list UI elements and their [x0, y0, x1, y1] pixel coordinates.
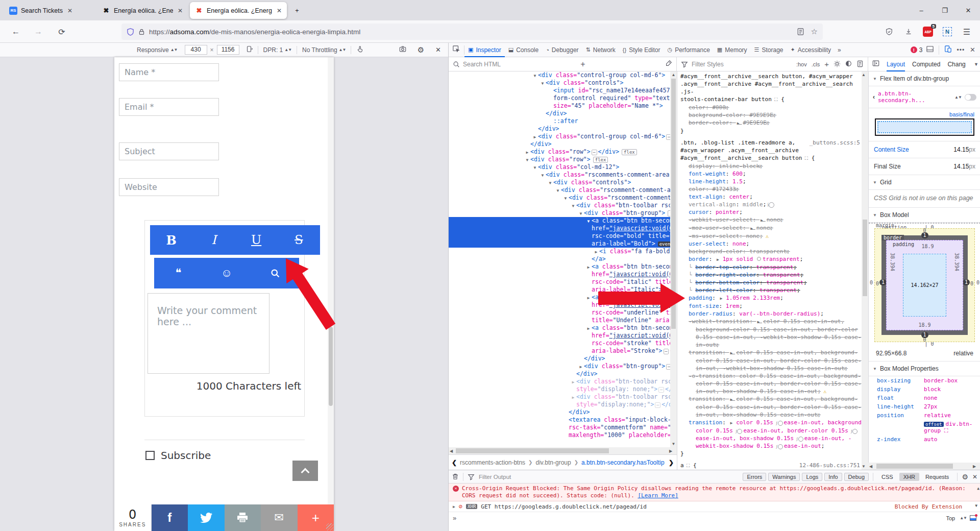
- rotate-viewport-icon[interactable]: [246, 45, 253, 54]
- email-share-button[interactable]: ✉: [261, 504, 298, 531]
- selected-node-line[interactable]: rsc-code="bold" title="": [449, 232, 677, 240]
- pseudo-class-button[interactable]: :hov: [796, 61, 807, 67]
- devtools-tab-accessibility[interactable]: ✦Accessibility: [787, 43, 835, 57]
- class-toggle-button[interactable]: .cls: [812, 61, 820, 67]
- rules-vertical-scrollbar[interactable]: ▲▼: [862, 71, 868, 470]
- close-button[interactable]: ✕: [957, 0, 980, 20]
- twisty-icon[interactable]: ▼: [570, 202, 576, 210]
- css-prop[interactable]: border: ▶ 1px solid transparent;: [680, 255, 868, 263]
- devtools-tab-inspector[interactable]: ▣Inspector: [464, 43, 505, 57]
- bookmark-star-icon[interactable]: ☆: [811, 27, 818, 36]
- twisty-icon[interactable]: ▼: [547, 179, 553, 187]
- name-field[interactable]: [119, 63, 219, 81]
- expander-icon[interactable]: ▶: [737, 121, 742, 126]
- css-prop[interactable]: -o-transition: color 0.15s ease-in-out, …: [680, 372, 868, 395]
- markup-line[interactable]: ▼<div class="row">flex: [449, 156, 677, 163]
- console-filter-xhr[interactable]: XHR: [899, 473, 919, 481]
- html-markup-view[interactable]: ▼<div class="control-group col-md-6">▼<d…: [449, 71, 677, 447]
- markup-line[interactable]: rsc-code="underline" titl: [449, 309, 677, 317]
- markup-line[interactable]: ▶<a class="btn btn-seconda: [449, 294, 677, 301]
- css-prop[interactable]: -webkit-user-select: ▶ none;▽: [680, 216, 868, 224]
- screenshot-camera-icon[interactable]: [399, 45, 406, 54]
- jump-to-top-label[interactable]: Top: [946, 515, 955, 521]
- console-filter-requests[interactable]: Requests: [921, 473, 953, 481]
- light-scheme-icon[interactable]: [834, 60, 841, 68]
- add-rule-icon[interactable]: +: [824, 60, 829, 68]
- css-prop[interactable]: transition: ▶ color 0.15s ʃease-in-out, …: [680, 419, 868, 450]
- markup-line[interactable]: ▼<div class="btn-toolbar rscom: [449, 202, 677, 209]
- markup-line[interactable]: ▶<i class="fa fa-bold">⋯: [449, 248, 677, 255]
- minimize-button[interactable]: –: [910, 0, 933, 20]
- console-filter-css[interactable]: CSS: [877, 473, 897, 481]
- touch-simulation-icon[interactable]: [356, 45, 363, 54]
- devtools-tab-memory[interactable]: ▦Memory: [714, 43, 751, 57]
- markup-line[interactable]: </a>: [449, 255, 677, 263]
- markup-line[interactable]: </div>: [449, 370, 677, 378]
- layout-horizontal-scrollbar[interactable]: ◀▶: [868, 463, 980, 470]
- rule-selector[interactable]: #acym__front__archive__search button ⛶ {: [680, 154, 868, 162]
- expander-icon[interactable]: ▶: [730, 351, 735, 355]
- flex-highlight-toggle[interactable]: [965, 94, 976, 101]
- css-rules-view[interactable]: #acym__front__archive__search button, #a…: [677, 71, 868, 470]
- offset-parent-row[interactable]: offsetdiv.btn-group ⛶: [869, 420, 980, 435]
- comment-textarea[interactable]: [148, 293, 270, 374]
- browser-tab[interactable]: ✖Energía eólica. ¿Energía limpia?✕: [97, 2, 188, 19]
- markup-line[interactable]: title="Underline" aria-lab: [449, 317, 677, 324]
- flex-item-selector[interactable]: a.btn.btn-secondary.h...: [878, 90, 950, 104]
- twisty-icon[interactable]: ▼: [555, 187, 561, 195]
- css-prop[interactable]: line-height: 1.5;: [680, 178, 868, 185]
- rule-selector[interactable]: 12-486-sub.css:751a ⛶ {: [680, 462, 868, 470]
- css-prop[interactable]: background-color: transparent;▽: [680, 248, 868, 255]
- breadcrumb-item[interactable]: a.btn.btn-secondary.hasTooltip: [581, 459, 665, 466]
- page-scrollbar[interactable]: [328, 57, 334, 504]
- maximize-button[interactable]: ❐: [933, 0, 957, 20]
- viewport-height-input[interactable]: 1156: [217, 45, 239, 55]
- css-prop[interactable]: -webkit-transition: ▶ color 0.15s ease-i…: [680, 318, 868, 349]
- rule-selector[interactable]: #acym__front__archive__search button, #a…: [680, 73, 868, 80]
- tab-close-icon[interactable]: ✕: [67, 7, 72, 14]
- tab-close-icon[interactable]: ✕: [178, 7, 183, 14]
- new-tab-button[interactable]: +: [289, 2, 305, 19]
- markup-line[interactable]: ▼<div class="controls">: [449, 79, 677, 87]
- markup-line[interactable]: ▶<div class="btn-group">⋯</: [449, 363, 677, 370]
- twisty-icon[interactable]: ▶: [585, 325, 592, 332]
- flex-back-arrow[interactable]: ‹: [873, 93, 875, 101]
- expander-icon[interactable]: ▶: [730, 421, 735, 425]
- console-prompt-chevrons[interactable]: »: [453, 514, 456, 522]
- bezier-icon[interactable]: ʃ: [852, 429, 857, 434]
- devtools-close-icon[interactable]: ✕: [970, 46, 975, 54]
- adblock-plus-icon[interactable]: ABP5: [921, 25, 935, 39]
- css-prop[interactable]: transition: ▶ color 0.15s ease-in-out, b…: [680, 395, 868, 419]
- tracking-shield-icon[interactable]: [127, 28, 134, 36]
- eyedropper-icon[interactable]: [665, 60, 672, 68]
- search-html-box[interactable]: Search HTML +: [449, 57, 677, 71]
- expander-icon[interactable]: ▶: [720, 296, 725, 301]
- filter-output-placeholder[interactable]: Filter Output: [479, 474, 511, 480]
- twisty-icon[interactable]: ▼: [532, 72, 538, 80]
- bold-button[interactable]: B: [150, 225, 192, 255]
- breadcrumb[interactable]: ❮rscomments-action-btns❯div.btn-group❯a.…: [449, 454, 677, 470]
- markup-line[interactable]: </div>: [449, 125, 677, 133]
- email-field[interactable]: [119, 98, 219, 116]
- boxmodel-property-row[interactable]: line-height27px: [869, 402, 980, 411]
- twisty-icon[interactable]: ▶: [570, 394, 576, 401]
- selected-node-line[interactable]: aria-label="Bold">event: [449, 240, 677, 248]
- css-prop[interactable]: user-select: none;: [680, 240, 868, 248]
- css-prop[interactable]: transition: ▶ color 0.15s ease-in-out, b…: [680, 349, 868, 372]
- css-prop[interactable]: color: #172433;▽: [680, 185, 868, 193]
- markup-line[interactable]: ▼<div class="rscomment-comment-a: [449, 194, 677, 202]
- flex-item-section-header[interactable]: ▼Flex Item of div.btn-group: [869, 71, 980, 86]
- content-size-label[interactable]: Content Size: [874, 146, 909, 153]
- css-prop[interactable]: └ border-left-color: transparent;: [680, 286, 868, 294]
- grid-section-header[interactable]: ▼Grid: [869, 175, 980, 190]
- twisty-icon[interactable]: ▼: [532, 164, 538, 172]
- console-filter-errors[interactable]: Errors: [743, 473, 766, 481]
- box-model-diagram[interactable]: position | 0 0 0 | 0 margin 0 0 0 0 bord…: [869, 223, 980, 348]
- markup-line[interactable]: <input id="rsc_name17e14eeaafe45754: [449, 87, 677, 94]
- expand-twisty-icon[interactable]: ▶: [453, 504, 455, 509]
- css-prop[interactable]: font-size: 1rem;: [680, 302, 868, 310]
- console-filter-info[interactable]: Info: [824, 473, 842, 481]
- markup-line[interactable]: <textarea class="input-block-le: [449, 416, 677, 424]
- expander-icon[interactable]: ▶: [730, 397, 735, 402]
- twisty-icon[interactable]: ▶: [593, 248, 599, 256]
